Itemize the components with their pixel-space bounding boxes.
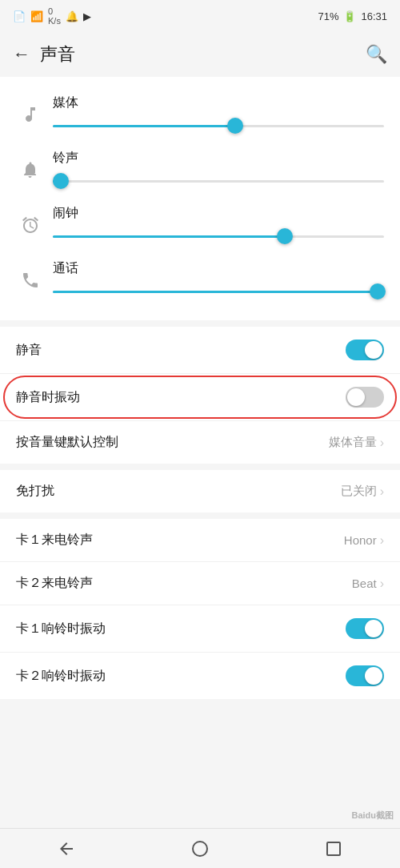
dnd-value-text: 已关闭 (341, 484, 377, 499)
sim2-ringtone-row[interactable]: 卡２来电铃声 Beat › (0, 562, 400, 605)
mute-label: 静音 (16, 342, 42, 359)
back-button[interactable]: ← (13, 44, 30, 65)
time-display: 16:31 (361, 10, 387, 22)
ringtone-volume-control: 铃声 (45, 150, 384, 189)
sim1-ringtone-value: Honor › (344, 533, 384, 548)
sim2-ringtone-label: 卡２来电铃声 (16, 575, 93, 592)
sim2-vibrate-row[interactable]: 卡２响铃时振动 (0, 653, 400, 699)
battery-icon: 🔋 (343, 10, 356, 22)
sim1-vibrate-toggle[interactable] (346, 618, 384, 639)
alarm-volume-label: 闹钟 (53, 205, 384, 222)
alarm-volume-slider[interactable] (53, 228, 384, 244)
alarm-icon (16, 215, 45, 235)
volume-key-label: 按音量键默认控制 (16, 434, 118, 451)
call-icon (16, 271, 45, 290)
mute-toggle[interactable] (346, 340, 384, 360)
call-volume-row: 通话 (0, 252, 400, 307)
ringtone-section: 卡１来电铃声 Honor › 卡２来电铃声 Beat › 卡１响铃时振动 卡２响… (0, 519, 400, 699)
back-nav-button[interactable] (50, 837, 82, 861)
sim1-ringtone-row[interactable]: 卡１来电铃声 Honor › (0, 519, 400, 562)
mute-row[interactable]: 静音 (0, 327, 400, 374)
alarm-volume-control: 闹钟 (45, 205, 384, 244)
vibrate-mute-toggle[interactable] (346, 387, 384, 408)
sim1-vibrate-row[interactable]: 卡１响铃时振动 (0, 605, 400, 653)
battery-percent: 71% (318, 10, 338, 22)
status-right-icons: 71% 🔋 16:31 (318, 10, 387, 22)
status-bar: 📄 📶 0K/s 🔔 ▶ 71% 🔋 16:31 (0, 0, 400, 32)
data-speed-icon: 0K/s (48, 6, 61, 26)
dnd-row[interactable]: 免打扰 已关闭 › (0, 470, 400, 512)
media-volume-control: 媒体 (45, 94, 384, 134)
sim2-ringtone-value: Beat › (352, 577, 384, 591)
notification-icon: 🔔 (66, 10, 78, 22)
call-volume-control: 通话 (45, 260, 384, 299)
extra-icon: ▶ (83, 10, 91, 22)
volume-key-row[interactable]: 按音量键默认控制 媒体音量 › (0, 421, 400, 464)
sim1-vibrate-label: 卡１响铃时振动 (16, 621, 106, 637)
vibrate-mute-toggle-knob (347, 388, 365, 406)
home-nav-button[interactable] (184, 837, 216, 861)
sim1-ringtone-chevron: › (380, 533, 384, 548)
sim1-ringtone-label: 卡１来电铃声 (16, 532, 93, 549)
nav-left: ← 声音 (13, 42, 75, 66)
sim1-ringtone-value-text: Honor (344, 533, 377, 547)
wifi-icon: 📶 (30, 10, 43, 22)
mute-settings-section: 静音 静音时振动 按音量键默认控制 媒体音量 › (0, 327, 400, 464)
volume-key-value-text: 媒体音量 (329, 435, 377, 450)
media-volume-row: 媒体 (0, 86, 400, 142)
status-left-icons: 📄 📶 0K/s 🔔 ▶ (13, 6, 91, 26)
volume-key-value: 媒体音量 › (329, 435, 384, 450)
call-volume-slider[interactable] (53, 283, 384, 299)
ringtone-volume-slider[interactable] (53, 173, 384, 189)
bottom-nav (0, 828, 400, 868)
vibrate-mute-label: 静音时振动 (16, 389, 80, 406)
search-button[interactable]: 🔍 (366, 44, 387, 65)
sim2-vibrate-label: 卡２响铃时振动 (16, 668, 106, 685)
doc-icon: 📄 (13, 10, 26, 22)
sim2-vibrate-toggle[interactable] (346, 665, 384, 686)
mute-toggle-knob (365, 341, 382, 359)
watermark: Baidu截图 (351, 810, 394, 822)
ringtone-icon (16, 160, 45, 179)
dnd-section: 免打扰 已关闭 › (0, 470, 400, 512)
media-icon (16, 105, 45, 124)
svg-point-0 (193, 842, 207, 856)
sim1-vibrate-toggle-knob (365, 620, 382, 637)
volume-key-chevron: › (380, 436, 384, 450)
vibrate-mute-row[interactable]: 静音时振动 (0, 374, 400, 421)
ringtone-volume-label: 铃声 (53, 150, 384, 167)
page-title: 声音 (40, 42, 75, 66)
sim2-ringtone-chevron: › (380, 577, 384, 591)
dnd-value: 已关闭 › (341, 484, 384, 499)
dnd-label: 免打扰 (16, 483, 54, 500)
dnd-chevron: › (380, 484, 384, 499)
sim2-vibrate-toggle-knob (365, 667, 382, 685)
svg-rect-1 (327, 842, 340, 855)
sim2-ringtone-value-text: Beat (352, 577, 377, 590)
call-volume-label: 通话 (53, 260, 384, 277)
volume-section: 媒体 铃声 (0, 77, 400, 320)
recent-nav-button[interactable] (318, 837, 350, 861)
ringtone-volume-row: 铃声 (0, 142, 400, 197)
media-volume-label: 媒体 (53, 94, 384, 111)
alarm-volume-row: 闹钟 (0, 197, 400, 252)
nav-bar: ← 声音 🔍 (0, 32, 400, 77)
media-volume-slider[interactable] (53, 118, 384, 134)
